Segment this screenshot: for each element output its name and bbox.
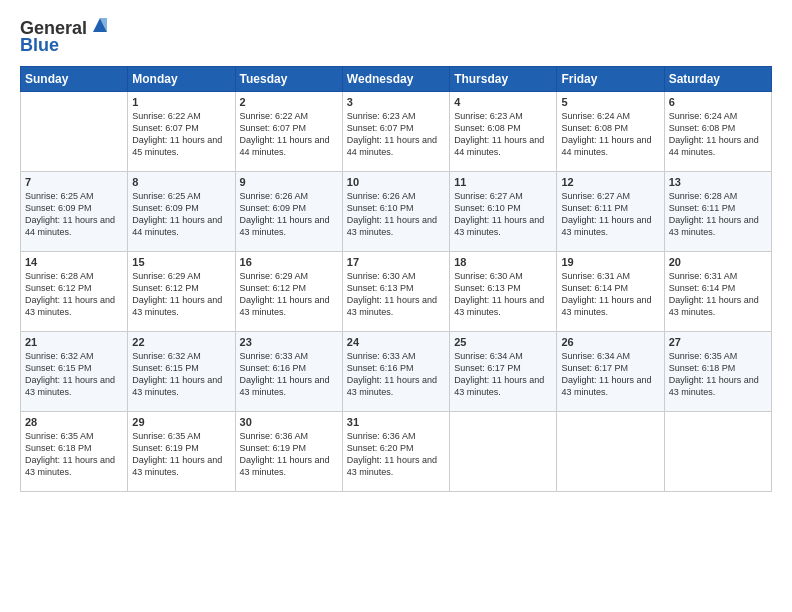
- calendar-table: SundayMondayTuesdayWednesdayThursdayFrid…: [20, 66, 772, 492]
- calendar-cell: 23Sunrise: 6:33 AM Sunset: 6:16 PM Dayli…: [235, 332, 342, 412]
- day-number: 30: [240, 416, 338, 428]
- cell-info: Sunrise: 6:35 AM Sunset: 6:18 PM Dayligh…: [25, 430, 123, 479]
- day-number: 18: [454, 256, 552, 268]
- day-number: 31: [347, 416, 445, 428]
- cell-info: Sunrise: 6:32 AM Sunset: 6:15 PM Dayligh…: [132, 350, 230, 399]
- cell-info: Sunrise: 6:33 AM Sunset: 6:16 PM Dayligh…: [240, 350, 338, 399]
- cell-info: Sunrise: 6:28 AM Sunset: 6:12 PM Dayligh…: [25, 270, 123, 319]
- day-number: 7: [25, 176, 123, 188]
- calendar-cell: 14Sunrise: 6:28 AM Sunset: 6:12 PM Dayli…: [21, 252, 128, 332]
- page: General Blue SundayMondayTuesdayWednesda…: [0, 0, 792, 612]
- calendar-cell: 5Sunrise: 6:24 AM Sunset: 6:08 PM Daylig…: [557, 92, 664, 172]
- day-number: 27: [669, 336, 767, 348]
- day-number: 11: [454, 176, 552, 188]
- week-row-5: 28Sunrise: 6:35 AM Sunset: 6:18 PM Dayli…: [21, 412, 772, 492]
- logo-icon: [89, 14, 111, 36]
- cell-info: Sunrise: 6:29 AM Sunset: 6:12 PM Dayligh…: [132, 270, 230, 319]
- cell-info: Sunrise: 6:30 AM Sunset: 6:13 PM Dayligh…: [454, 270, 552, 319]
- header-thursday: Thursday: [450, 67, 557, 92]
- calendar-cell: 25Sunrise: 6:34 AM Sunset: 6:17 PM Dayli…: [450, 332, 557, 412]
- header-tuesday: Tuesday: [235, 67, 342, 92]
- calendar-cell: [664, 412, 771, 492]
- cell-info: Sunrise: 6:31 AM Sunset: 6:14 PM Dayligh…: [669, 270, 767, 319]
- day-number: 1: [132, 96, 230, 108]
- calendar-cell: 17Sunrise: 6:30 AM Sunset: 6:13 PM Dayli…: [342, 252, 449, 332]
- day-number: 9: [240, 176, 338, 188]
- calendar-cell: 28Sunrise: 6:35 AM Sunset: 6:18 PM Dayli…: [21, 412, 128, 492]
- calendar-cell: 3Sunrise: 6:23 AM Sunset: 6:07 PM Daylig…: [342, 92, 449, 172]
- calendar-cell: 31Sunrise: 6:36 AM Sunset: 6:20 PM Dayli…: [342, 412, 449, 492]
- cell-info: Sunrise: 6:33 AM Sunset: 6:16 PM Dayligh…: [347, 350, 445, 399]
- day-number: 26: [561, 336, 659, 348]
- cell-info: Sunrise: 6:29 AM Sunset: 6:12 PM Dayligh…: [240, 270, 338, 319]
- cell-info: Sunrise: 6:34 AM Sunset: 6:17 PM Dayligh…: [561, 350, 659, 399]
- day-number: 16: [240, 256, 338, 268]
- week-row-2: 7Sunrise: 6:25 AM Sunset: 6:09 PM Daylig…: [21, 172, 772, 252]
- calendar-cell: 11Sunrise: 6:27 AM Sunset: 6:10 PM Dayli…: [450, 172, 557, 252]
- day-number: 6: [669, 96, 767, 108]
- cell-info: Sunrise: 6:36 AM Sunset: 6:19 PM Dayligh…: [240, 430, 338, 479]
- calendar-cell: 30Sunrise: 6:36 AM Sunset: 6:19 PM Dayli…: [235, 412, 342, 492]
- calendar-cell: 13Sunrise: 6:28 AM Sunset: 6:11 PM Dayli…: [664, 172, 771, 252]
- calendar-cell: 18Sunrise: 6:30 AM Sunset: 6:13 PM Dayli…: [450, 252, 557, 332]
- calendar-cell: 19Sunrise: 6:31 AM Sunset: 6:14 PM Dayli…: [557, 252, 664, 332]
- day-number: 8: [132, 176, 230, 188]
- header-monday: Monday: [128, 67, 235, 92]
- week-row-4: 21Sunrise: 6:32 AM Sunset: 6:15 PM Dayli…: [21, 332, 772, 412]
- calendar-cell: 6Sunrise: 6:24 AM Sunset: 6:08 PM Daylig…: [664, 92, 771, 172]
- cell-info: Sunrise: 6:35 AM Sunset: 6:18 PM Dayligh…: [669, 350, 767, 399]
- calendar-cell: 20Sunrise: 6:31 AM Sunset: 6:14 PM Dayli…: [664, 252, 771, 332]
- calendar-cell: 21Sunrise: 6:32 AM Sunset: 6:15 PM Dayli…: [21, 332, 128, 412]
- calendar-cell: 29Sunrise: 6:35 AM Sunset: 6:19 PM Dayli…: [128, 412, 235, 492]
- day-number: 20: [669, 256, 767, 268]
- day-number: 23: [240, 336, 338, 348]
- calendar-cell: 22Sunrise: 6:32 AM Sunset: 6:15 PM Dayli…: [128, 332, 235, 412]
- cell-info: Sunrise: 6:34 AM Sunset: 6:17 PM Dayligh…: [454, 350, 552, 399]
- day-number: 15: [132, 256, 230, 268]
- week-row-1: 1Sunrise: 6:22 AM Sunset: 6:07 PM Daylig…: [21, 92, 772, 172]
- day-number: 29: [132, 416, 230, 428]
- cell-info: Sunrise: 6:26 AM Sunset: 6:10 PM Dayligh…: [347, 190, 445, 239]
- calendar-cell: 7Sunrise: 6:25 AM Sunset: 6:09 PM Daylig…: [21, 172, 128, 252]
- day-number: 2: [240, 96, 338, 108]
- week-row-3: 14Sunrise: 6:28 AM Sunset: 6:12 PM Dayli…: [21, 252, 772, 332]
- header: General Blue: [20, 18, 772, 56]
- calendar-cell: 12Sunrise: 6:27 AM Sunset: 6:11 PM Dayli…: [557, 172, 664, 252]
- cell-info: Sunrise: 6:24 AM Sunset: 6:08 PM Dayligh…: [669, 110, 767, 159]
- calendar-cell: 15Sunrise: 6:29 AM Sunset: 6:12 PM Dayli…: [128, 252, 235, 332]
- header-sunday: Sunday: [21, 67, 128, 92]
- calendar-cell: 2Sunrise: 6:22 AM Sunset: 6:07 PM Daylig…: [235, 92, 342, 172]
- header-friday: Friday: [557, 67, 664, 92]
- calendar-cell: 1Sunrise: 6:22 AM Sunset: 6:07 PM Daylig…: [128, 92, 235, 172]
- day-number: 10: [347, 176, 445, 188]
- calendar-cell: 8Sunrise: 6:25 AM Sunset: 6:09 PM Daylig…: [128, 172, 235, 252]
- day-number: 5: [561, 96, 659, 108]
- logo: General Blue: [20, 18, 111, 56]
- day-number: 3: [347, 96, 445, 108]
- calendar-cell: 9Sunrise: 6:26 AM Sunset: 6:09 PM Daylig…: [235, 172, 342, 252]
- calendar-cell: [21, 92, 128, 172]
- cell-info: Sunrise: 6:23 AM Sunset: 6:07 PM Dayligh…: [347, 110, 445, 159]
- calendar-cell: [557, 412, 664, 492]
- day-number: 24: [347, 336, 445, 348]
- cell-info: Sunrise: 6:26 AM Sunset: 6:09 PM Dayligh…: [240, 190, 338, 239]
- day-number: 14: [25, 256, 123, 268]
- cell-info: Sunrise: 6:22 AM Sunset: 6:07 PM Dayligh…: [132, 110, 230, 159]
- cell-info: Sunrise: 6:27 AM Sunset: 6:11 PM Dayligh…: [561, 190, 659, 239]
- cell-info: Sunrise: 6:25 AM Sunset: 6:09 PM Dayligh…: [25, 190, 123, 239]
- cell-info: Sunrise: 6:25 AM Sunset: 6:09 PM Dayligh…: [132, 190, 230, 239]
- day-number: 22: [132, 336, 230, 348]
- day-number: 4: [454, 96, 552, 108]
- calendar-cell: 27Sunrise: 6:35 AM Sunset: 6:18 PM Dayli…: [664, 332, 771, 412]
- cell-info: Sunrise: 6:24 AM Sunset: 6:08 PM Dayligh…: [561, 110, 659, 159]
- header-row: SundayMondayTuesdayWednesdayThursdayFrid…: [21, 67, 772, 92]
- day-number: 28: [25, 416, 123, 428]
- calendar-cell: 16Sunrise: 6:29 AM Sunset: 6:12 PM Dayli…: [235, 252, 342, 332]
- cell-info: Sunrise: 6:30 AM Sunset: 6:13 PM Dayligh…: [347, 270, 445, 319]
- cell-info: Sunrise: 6:27 AM Sunset: 6:10 PM Dayligh…: [454, 190, 552, 239]
- cell-info: Sunrise: 6:22 AM Sunset: 6:07 PM Dayligh…: [240, 110, 338, 159]
- calendar-cell: [450, 412, 557, 492]
- day-number: 12: [561, 176, 659, 188]
- day-number: 13: [669, 176, 767, 188]
- calendar-cell: 4Sunrise: 6:23 AM Sunset: 6:08 PM Daylig…: [450, 92, 557, 172]
